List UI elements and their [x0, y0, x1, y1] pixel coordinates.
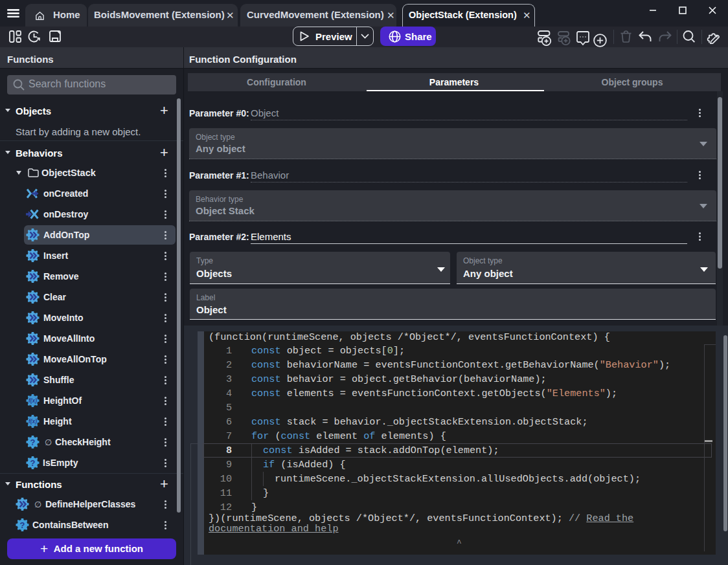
svg-text:f(x): f(x) [28, 397, 37, 404]
svg-text:f(x): f(x) [28, 418, 37, 425]
svg-text:?: ? [30, 458, 36, 468]
svg-text:?: ? [30, 438, 36, 447]
svg-text:?: ? [20, 520, 25, 530]
